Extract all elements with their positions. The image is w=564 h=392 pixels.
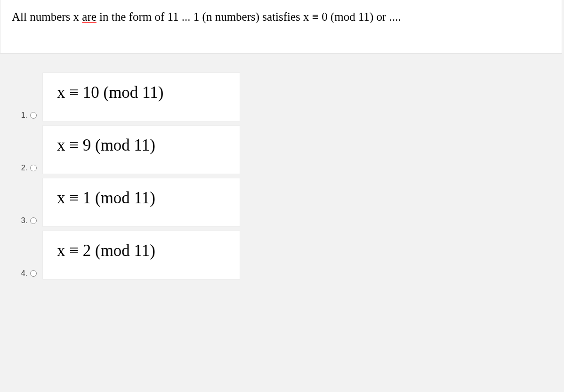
option-radio-4[interactable] <box>30 270 37 277</box>
option-text: x ≡ 1 (mod 11) <box>57 189 226 208</box>
question-suffix: in the form of 11 ... 1 (n numbers) sati… <box>97 10 401 23</box>
option-marker: 2. <box>9 164 42 174</box>
question-underlined: are <box>82 10 97 23</box>
option-row: 3. x ≡ 1 (mod 11) <box>9 178 555 227</box>
option-number: 3. <box>21 216 27 225</box>
option-box[interactable]: x ≡ 1 (mod 11) <box>42 178 240 227</box>
option-box[interactable]: x ≡ 9 (mod 11) <box>42 125 240 174</box>
option-number: 2. <box>21 164 27 172</box>
question-header: All numbers x are in the form of 11 ... … <box>0 0 562 54</box>
option-marker: 4. <box>9 269 42 280</box>
option-radio-1[interactable] <box>30 112 37 119</box>
option-text: x ≡ 2 (mod 11) <box>57 241 226 260</box>
option-radio-2[interactable] <box>30 165 37 171</box>
option-number: 4. <box>21 269 27 278</box>
option-text: x ≡ 9 (mod 11) <box>57 136 226 155</box>
option-row: 1. x ≡ 10 (mod 11) <box>9 72 555 121</box>
option-number: 1. <box>21 111 27 120</box>
option-marker: 1. <box>9 111 42 121</box>
option-box[interactable]: x ≡ 2 (mod 11) <box>42 231 240 280</box>
options-area: 1. x ≡ 10 (mod 11) 2. x ≡ 9 (mod 11) 3. … <box>0 54 564 280</box>
option-row: 4. x ≡ 2 (mod 11) <box>9 231 555 280</box>
question-prefix: All numbers x <box>12 10 82 23</box>
question-text: All numbers x are in the form of 11 ... … <box>12 9 550 25</box>
option-marker: 3. <box>9 216 42 227</box>
option-radio-3[interactable] <box>30 217 37 224</box>
option-text: x ≡ 10 (mod 11) <box>57 83 226 102</box>
option-box[interactable]: x ≡ 10 (mod 11) <box>42 72 240 121</box>
option-row: 2. x ≡ 9 (mod 11) <box>9 125 555 174</box>
